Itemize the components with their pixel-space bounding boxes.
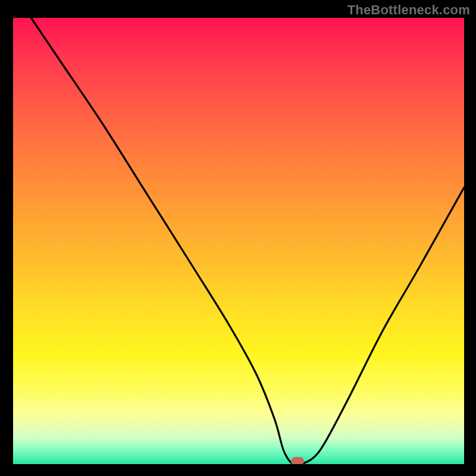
plot-area: [13, 18, 464, 464]
watermark-text: TheBottleneck.com: [347, 2, 470, 18]
chart-stage: TheBottleneck.com: [0, 0, 476, 476]
bottleneck-curve: [13, 18, 464, 464]
minimum-marker: [291, 457, 304, 464]
